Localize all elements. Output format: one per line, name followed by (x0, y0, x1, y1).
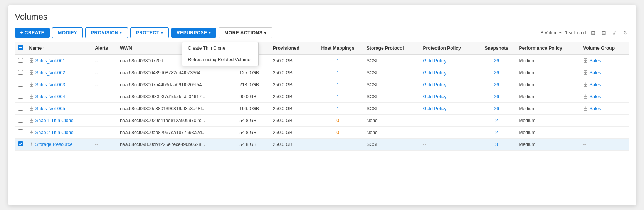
volume-group-link[interactable]: Sales (589, 106, 601, 111)
volume-link[interactable]: Snap 1 Thin Clone (35, 118, 74, 123)
row-host-mappings[interactable]: 1 (312, 79, 363, 91)
row-name[interactable]: 🗄Sales_Vol-003 (26, 79, 92, 91)
row-checkbox[interactable] (18, 129, 23, 134)
row-snapshots[interactable]: 2 (477, 126, 516, 138)
volume-link[interactable]: Sales_Vol-002 (35, 70, 65, 76)
volume-link[interactable]: Sales_Vol-003 (35, 82, 65, 87)
modify-button[interactable]: MODIFY (52, 27, 83, 38)
row-volume-group[interactable]: -- (580, 138, 629, 150)
row-name[interactable]: 🗄Sales_Vol-001 (26, 55, 92, 67)
more-actions-button[interactable]: MORE ACTIONS ▾ (219, 27, 272, 38)
col-name[interactable]: Name ↑ (26, 42, 92, 55)
row-snapshots[interactable]: 26 (477, 79, 516, 91)
row-performance-policy: Medium (516, 102, 580, 114)
row-volume-group[interactable]: 🗄Sales (580, 102, 629, 114)
col-snapshots[interactable]: Snapshots (477, 42, 516, 55)
row-protection-policy[interactable]: Gold Policy (420, 102, 477, 114)
volume-link[interactable]: Storage Resource (35, 142, 73, 147)
row-host-mappings[interactable]: 1 (312, 55, 363, 67)
row-storage-protocol: None (363, 114, 420, 126)
col-protection-policy[interactable]: Protection Policy (420, 42, 477, 55)
row-checkbox[interactable] (18, 94, 23, 99)
volume-group-link[interactable]: Sales (589, 58, 601, 64)
row-checkbox[interactable] (18, 58, 23, 63)
row-checkbox[interactable] (18, 70, 23, 75)
row-name[interactable]: 🗄Snap 2 Thin Clone (26, 126, 92, 138)
row-protection-policy[interactable]: Gold Policy (420, 91, 477, 102)
policy-link[interactable]: Gold Policy (423, 94, 447, 99)
row-checkbox-cell[interactable] (15, 138, 26, 150)
row-snapshots[interactable]: 3 (477, 138, 516, 150)
row-checkbox-cell[interactable] (15, 91, 26, 102)
provision-button[interactable]: PROVISION ▾ (85, 27, 128, 38)
row-host-mappings[interactable]: 1 (312, 91, 363, 102)
row-name[interactable]: 🗄Storage Resource (26, 138, 92, 150)
row-checkbox[interactable] (18, 141, 23, 146)
volume-link[interactable]: Sales_Vol-005 (35, 106, 65, 111)
row-protection-policy[interactable]: Gold Policy (420, 55, 477, 67)
row-name[interactable]: 🗄Snap 1 Thin Clone (26, 114, 92, 126)
col-volume-group[interactable]: Volume Group (580, 42, 629, 55)
row-host-mappings[interactable]: 0 (312, 114, 363, 126)
col-alerts[interactable]: Alerts (92, 42, 117, 55)
filter-icon[interactable]: ⊟ (589, 29, 597, 37)
row-volume-group[interactable]: 🗄Sales (580, 67, 629, 79)
row-volume-group[interactable]: 🗄Sales (580, 55, 629, 67)
volume-link[interactable]: Snap 2 Thin Clone (35, 130, 74, 135)
volume-link[interactable]: Sales_Vol-004 (35, 94, 65, 99)
row-volume-group[interactable]: 🗄Sales (580, 91, 629, 102)
row-snapshots[interactable]: 26 (477, 67, 516, 79)
protect-button[interactable]: PROTECT ▾ (130, 27, 169, 38)
select-all-header[interactable] (15, 42, 26, 55)
col-performance-policy[interactable]: Performance Policy (516, 42, 580, 55)
col-host-mappings[interactable]: Host Mappings (312, 42, 363, 55)
row-protection-policy[interactable]: Gold Policy (420, 67, 477, 79)
row-name[interactable]: 🗄Sales_Vol-005 (26, 102, 92, 114)
policy-link[interactable]: Gold Policy (423, 82, 447, 87)
policy-link[interactable]: Gold Policy (423, 106, 447, 111)
refresh-icon[interactable]: ↻ (622, 29, 629, 37)
policy-link[interactable]: Gold Policy (423, 70, 447, 76)
row-protection-policy[interactable]: Gold Policy (420, 79, 477, 91)
volume-group-link[interactable]: Sales (589, 70, 601, 76)
row-snapshots[interactable]: 26 (477, 102, 516, 114)
volume-group-link[interactable]: Sales (589, 94, 601, 99)
volume-group-link[interactable]: Sales (589, 82, 601, 87)
row-checkbox-cell[interactable] (15, 102, 26, 114)
volume-link[interactable]: Sales_Vol-001 (35, 58, 65, 64)
row-checkbox[interactable] (18, 106, 23, 111)
row-name[interactable]: 🗄Sales_Vol-004 (26, 91, 92, 102)
row-protection-policy[interactable]: -- (420, 138, 477, 150)
row-checkbox-cell[interactable] (15, 114, 26, 126)
row-host-mappings[interactable]: 1 (312, 67, 363, 79)
repurpose-button[interactable]: REPURPOSE ▾ (171, 28, 216, 38)
policy-link[interactable]: Gold Policy (423, 58, 447, 64)
row-checkbox-cell[interactable] (15, 55, 26, 67)
create-thin-clone-item[interactable]: Create Thin Clone (182, 42, 258, 54)
row-provisioned: 250.0 GB (270, 67, 312, 79)
row-checkbox-cell[interactable] (15, 67, 26, 79)
columns-icon[interactable]: ⊞ (600, 29, 608, 37)
row-snapshots[interactable]: 2 (477, 114, 516, 126)
row-checkbox[interactable] (18, 118, 23, 123)
row-snapshots[interactable]: 26 (477, 55, 516, 67)
row-checkbox-cell[interactable] (15, 79, 26, 91)
row-host-mappings[interactable]: 1 (312, 138, 363, 150)
export-icon[interactable]: ⤢ (611, 29, 619, 37)
col-provisioned[interactable]: Provisioned (270, 42, 312, 55)
row-checkbox[interactable] (18, 82, 23, 87)
row-host-mappings[interactable]: 0 (312, 126, 363, 138)
volumes-table: Name ↑ Alerts WWN Provisioned Host Mappi… (15, 42, 629, 151)
create-button[interactable]: + CREATE (15, 28, 50, 38)
row-volume-group[interactable]: -- (580, 126, 629, 138)
row-host-mappings[interactable]: 1 (312, 102, 363, 114)
row-protection-policy[interactable]: -- (420, 114, 477, 126)
refresh-related-volume-item[interactable]: Refresh using Related Volume (182, 54, 258, 66)
row-checkbox-cell[interactable] (15, 126, 26, 138)
row-snapshots[interactable]: 26 (477, 91, 516, 102)
row-volume-group[interactable]: 🗄Sales (580, 79, 629, 91)
row-name[interactable]: 🗄Sales_Vol-002 (26, 67, 92, 79)
col-storage-protocol[interactable]: Storage Protocol (363, 42, 420, 55)
row-volume-group[interactable]: -- (580, 114, 629, 126)
row-protection-policy[interactable]: -- (420, 126, 477, 138)
